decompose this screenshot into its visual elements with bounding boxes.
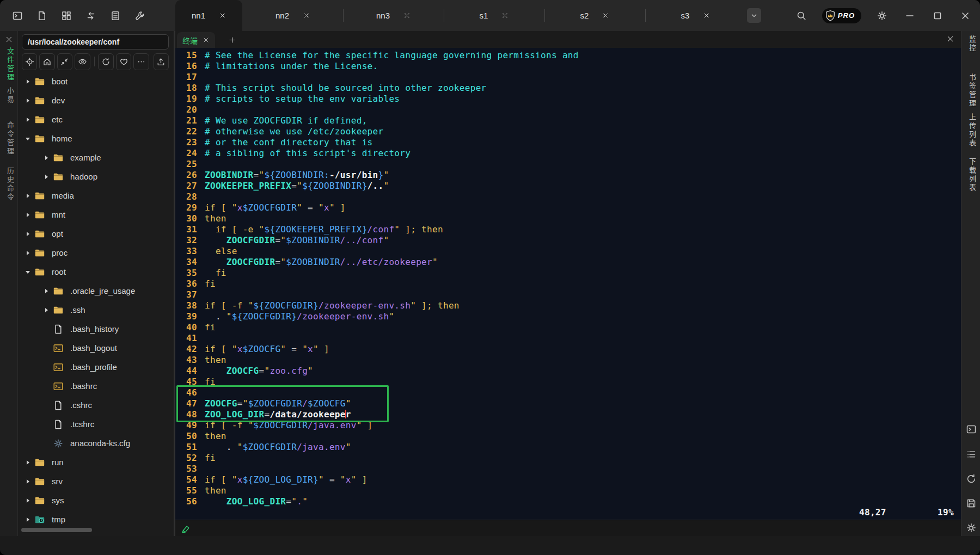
tree-item-root[interactable]: root (18, 262, 174, 281)
tree-item-sys[interactable]: sys (18, 491, 174, 510)
new-terminal-button[interactable] (225, 33, 238, 46)
tree-item-.bash_history[interactable]: .bash_history (18, 319, 174, 338)
settings-button[interactable] (875, 9, 889, 23)
activity-item-4[interactable]: 历史命令 (5, 167, 15, 202)
tree-item-.ssh[interactable]: .ssh (18, 300, 174, 319)
gear-button[interactable] (965, 522, 977, 533)
session-tab-s1[interactable]: s1 (444, 0, 544, 31)
tree-item-dev[interactable]: dev (18, 91, 174, 110)
line-number: 51 (180, 442, 197, 453)
tab-close-icon[interactable] (702, 12, 710, 20)
terminal-tab-close-icon[interactable] (203, 36, 210, 44)
layout-button[interactable] (59, 8, 74, 23)
chevron-collapsed-icon[interactable] (43, 287, 51, 295)
scrollbar-thumb[interactable] (21, 528, 92, 532)
terminal-window-button[interactable] (10, 8, 25, 23)
tree-item-anaconda-ks.cfg[interactable]: anaconda-ks.cfg (18, 434, 174, 453)
rightbar-item-2[interactable]: 书签管理 (967, 73, 977, 108)
tree-item-etc[interactable]: etc (18, 110, 174, 129)
session-tab-nn1[interactable]: nn1 (175, 0, 242, 31)
chevron-collapsed-icon[interactable] (24, 78, 32, 85)
tree-item-.cshrc[interactable]: .cshrc (18, 396, 174, 415)
tab-close-icon[interactable] (218, 12, 226, 20)
path-input[interactable]: /usr/local/zookeeper/conf (22, 34, 169, 50)
heart-button[interactable] (116, 53, 131, 70)
chevron-collapsed-icon[interactable] (24, 97, 32, 104)
refresh-button[interactable] (965, 473, 977, 484)
minimize-button[interactable] (903, 9, 917, 23)
upload-button[interactable] (154, 53, 169, 70)
tree-item-.bash_profile[interactable]: .bash_profile (18, 357, 174, 377)
sidebar-close-button[interactable] (5, 35, 13, 44)
locate-button[interactable] (22, 53, 37, 70)
chevron-collapsed-icon[interactable] (43, 154, 51, 162)
session-tab-s2[interactable]: s2 (544, 0, 645, 31)
tree-item-proc[interactable]: proc (18, 243, 174, 262)
rightbar-item-4[interactable]: 下载列表 (967, 158, 977, 193)
tab-close-icon[interactable] (602, 12, 609, 20)
rightbar-item-1[interactable]: 监控 (967, 35, 977, 53)
eye-button[interactable] (75, 53, 90, 70)
highlighter-pen-button[interactable] (180, 523, 192, 535)
tree-item-.bash_logout[interactable]: .bash_logout (18, 338, 174, 357)
tree-item-tmp[interactable]: tmp (18, 510, 174, 529)
chevron-collapsed-icon[interactable] (24, 516, 32, 523)
server-list-button[interactable] (108, 8, 123, 23)
session-tab-s3[interactable]: s3 (645, 0, 746, 31)
terminal-panel-close-button[interactable] (946, 34, 954, 43)
chevron-collapsed-icon[interactable] (24, 230, 32, 238)
terminal-tab[interactable]: 终端 (177, 32, 215, 48)
code-segment: = (324, 474, 340, 485)
wrench-button[interactable] (132, 8, 148, 23)
chevron-collapsed-icon[interactable] (24, 478, 32, 485)
tab-close-icon[interactable] (501, 12, 509, 20)
refresh-button[interactable] (98, 53, 113, 70)
tab-close-icon[interactable] (302, 12, 310, 20)
activity-item-1[interactable]: 文件管理 (5, 47, 15, 82)
tree-item-srv[interactable]: srv (18, 472, 174, 491)
collapse-button[interactable] (57, 53, 72, 70)
pro-badge[interactable]: PRO (822, 8, 861, 23)
save-button[interactable] (965, 497, 977, 509)
rightbar-item-3[interactable]: 上传列表 (967, 113, 977, 148)
tree-item-.tcshrc[interactable]: .tcshrc (18, 415, 174, 434)
activity-item-2[interactable]: 小易 (5, 87, 15, 104)
tree-item-.oracle_jre_usage[interactable]: .oracle_jre_usage (18, 281, 174, 300)
horizontal-scrollbar[interactable] (18, 527, 174, 533)
tree-item-opt[interactable]: opt (18, 224, 174, 243)
tree-item-mnt[interactable]: mnt (18, 205, 174, 224)
chevron-collapsed-icon[interactable] (24, 249, 32, 257)
terminal-window-button[interactable] (965, 423, 977, 435)
close-window-button[interactable] (958, 9, 972, 23)
chevron-collapsed-icon[interactable] (24, 211, 32, 219)
chevron-collapsed-icon[interactable] (24, 192, 32, 200)
tree-item-run[interactable]: run (18, 453, 174, 472)
chevron-collapsed-icon[interactable] (24, 116, 32, 124)
chevron-expanded-icon[interactable] (24, 268, 32, 276)
tree-item-media[interactable]: media (18, 186, 174, 205)
tree-item-.bashrc[interactable]: .bashrc (18, 377, 174, 396)
activity-item-3[interactable]: 命令管理 (5, 121, 15, 156)
tab-overflow-button[interactable] (747, 8, 761, 23)
list-button[interactable] (965, 448, 977, 460)
chevron-collapsed-icon[interactable] (24, 459, 32, 466)
maximize-button[interactable] (930, 9, 945, 23)
chevron-expanded-icon[interactable] (24, 135, 32, 143)
vim-editor-area[interactable]: 15# See the License for the specific lan… (175, 48, 961, 520)
tree-item-home[interactable]: home (18, 129, 174, 148)
session-tab-nn3[interactable]: nn3 (343, 0, 444, 31)
chevron-collapsed-icon[interactable] (43, 306, 51, 314)
more-button[interactable] (133, 53, 149, 70)
transfer-button[interactable] (83, 8, 99, 23)
tab-close-icon[interactable] (403, 12, 411, 20)
home-button[interactable] (39, 53, 54, 70)
chevron-collapsed-icon[interactable] (24, 497, 32, 504)
search-button[interactable] (794, 9, 808, 23)
session-tab-nn2[interactable]: nn2 (242, 0, 343, 31)
tree-item-boot[interactable]: boot (18, 72, 174, 91)
code-segment: = (254, 170, 259, 180)
session-file-button[interactable] (34, 8, 50, 23)
chevron-collapsed-icon[interactable] (43, 173, 51, 181)
tree-item-hadoop[interactable]: hadoop (18, 167, 174, 186)
tree-item-example[interactable]: example (18, 148, 174, 167)
